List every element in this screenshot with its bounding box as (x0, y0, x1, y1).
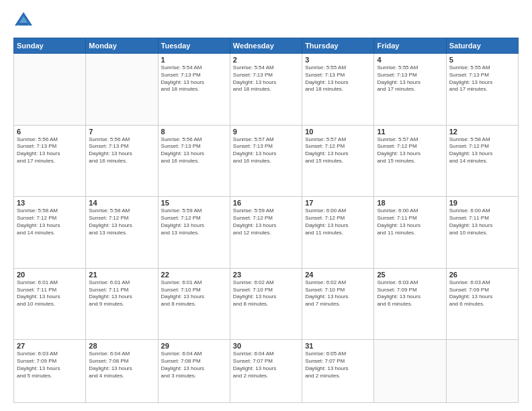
cell-info: Sunrise: 5:57 AMSunset: 7:12 PMDaylight:… (305, 136, 371, 165)
cell-info: Sunrise: 6:00 AMSunset: 7:11 PMDaylight:… (377, 208, 443, 236)
day-number: 2 (233, 56, 299, 64)
calendar-cell: 23Sunrise: 6:02 AMSunset: 7:10 PMDayligh… (230, 268, 302, 340)
cell-info: Sunrise: 5:59 AMSunset: 7:12 PMDaylight:… (161, 208, 227, 236)
calendar-table: SundayMondayTuesdayWednesdayThursdayFrid… (13, 38, 519, 403)
calendar-cell: 14Sunrise: 5:58 AMSunset: 7:12 PMDayligh… (86, 197, 158, 269)
calendar-cell: 26Sunrise: 6:03 AMSunset: 7:09 PMDayligh… (446, 268, 518, 340)
cell-info: Sunrise: 5:57 AMSunset: 7:12 PMDaylight:… (377, 136, 443, 165)
calendar-cell: 9Sunrise: 5:57 AMSunset: 7:13 PMDaylight… (230, 125, 302, 197)
calendar-cell: 17Sunrise: 6:00 AMSunset: 7:12 PMDayligh… (302, 197, 374, 269)
day-number: 12 (449, 128, 515, 136)
calendar-cell: 24Sunrise: 6:02 AMSunset: 7:10 PMDayligh… (302, 268, 374, 340)
cell-info: Sunrise: 5:57 AMSunset: 7:13 PMDaylight:… (233, 136, 299, 165)
cell-info: Sunrise: 5:56 AMSunset: 7:13 PMDaylight:… (17, 136, 83, 165)
logo-icon (13, 11, 34, 31)
cell-info: Sunrise: 6:04 AMSunset: 7:08 PMDaylight:… (89, 351, 154, 379)
cell-info: Sunrise: 6:00 AMSunset: 7:11 PMDaylight:… (449, 208, 515, 236)
calendar-cell: 16Sunrise: 5:59 AMSunset: 7:12 PMDayligh… (230, 197, 302, 269)
calendar-cell: 29Sunrise: 6:04 AMSunset: 7:08 PMDayligh… (158, 340, 230, 403)
weekday-header: Thursday (302, 38, 374, 54)
day-number: 17 (305, 199, 371, 207)
cell-info: Sunrise: 5:55 AMSunset: 7:13 PMDaylight:… (377, 64, 443, 93)
cell-info: Sunrise: 5:58 AMSunset: 7:12 PMDaylight:… (17, 208, 83, 236)
cell-info: Sunrise: 6:01 AMSunset: 7:11 PMDaylight:… (17, 279, 83, 308)
logo (13, 11, 36, 31)
calendar-header-row: SundayMondayTuesdayWednesdayThursdayFrid… (14, 38, 519, 54)
day-number: 26 (449, 271, 515, 279)
day-number: 19 (449, 199, 515, 207)
calendar-week-row: 20Sunrise: 6:01 AMSunset: 7:11 PMDayligh… (14, 268, 519, 340)
day-number: 27 (17, 342, 83, 350)
cell-info: Sunrise: 5:54 AMSunset: 7:13 PMDaylight:… (233, 64, 299, 93)
day-number: 8 (161, 128, 227, 136)
calendar-week-row: 27Sunrise: 6:03 AMSunset: 7:09 PMDayligh… (14, 340, 519, 403)
calendar-cell (86, 54, 158, 126)
day-number: 30 (233, 342, 299, 350)
calendar-cell: 2Sunrise: 5:54 AMSunset: 7:13 PMDaylight… (230, 54, 302, 126)
cell-info: Sunrise: 5:55 AMSunset: 7:13 PMDaylight:… (305, 64, 371, 93)
weekday-header: Sunday (14, 38, 86, 54)
day-number: 23 (233, 271, 299, 279)
calendar-cell: 15Sunrise: 5:59 AMSunset: 7:12 PMDayligh… (158, 197, 230, 269)
calendar-cell: 25Sunrise: 6:03 AMSunset: 7:09 PMDayligh… (374, 268, 446, 340)
day-number: 9 (233, 128, 299, 136)
cell-info: Sunrise: 6:04 AMSunset: 7:08 PMDaylight:… (161, 351, 227, 379)
calendar-cell: 1Sunrise: 5:54 AMSunset: 7:13 PMDaylight… (158, 54, 230, 126)
calendar-cell: 19Sunrise: 6:00 AMSunset: 7:11 PMDayligh… (446, 197, 518, 269)
day-number: 20 (17, 271, 83, 279)
day-number: 24 (305, 271, 371, 279)
calendar-cell: 11Sunrise: 5:57 AMSunset: 7:12 PMDayligh… (374, 125, 446, 197)
cell-info: Sunrise: 6:02 AMSunset: 7:10 PMDaylight:… (305, 279, 371, 308)
cell-info: Sunrise: 6:01 AMSunset: 7:10 PMDaylight:… (161, 279, 227, 308)
cell-info: Sunrise: 5:59 AMSunset: 7:12 PMDaylight:… (233, 208, 299, 236)
cell-info: Sunrise: 6:03 AMSunset: 7:09 PMDaylight:… (17, 351, 83, 379)
calendar-cell: 28Sunrise: 6:04 AMSunset: 7:08 PMDayligh… (86, 340, 158, 403)
weekday-header: Tuesday (158, 38, 230, 54)
weekday-header: Monday (86, 38, 158, 54)
day-number: 25 (377, 271, 443, 279)
calendar-cell: 8Sunrise: 5:56 AMSunset: 7:13 PMDaylight… (158, 125, 230, 197)
calendar-cell: 7Sunrise: 5:56 AMSunset: 7:13 PMDaylight… (86, 125, 158, 197)
cell-info: Sunrise: 5:58 AMSunset: 7:12 PMDaylight:… (89, 208, 154, 236)
day-number: 5 (449, 56, 515, 64)
day-number: 14 (89, 199, 154, 207)
calendar-cell: 20Sunrise: 6:01 AMSunset: 7:11 PMDayligh… (14, 268, 86, 340)
page: SundayMondayTuesdayWednesdayThursdayFrid… (0, 0, 532, 411)
day-number: 29 (161, 342, 227, 350)
calendar-week-row: 6Sunrise: 5:56 AMSunset: 7:13 PMDaylight… (14, 125, 519, 197)
calendar-cell (374, 340, 446, 403)
calendar-cell: 4Sunrise: 5:55 AMSunset: 7:13 PMDaylight… (374, 54, 446, 126)
calendar-cell: 6Sunrise: 5:56 AMSunset: 7:13 PMDaylight… (14, 125, 86, 197)
calendar-cell: 22Sunrise: 6:01 AMSunset: 7:10 PMDayligh… (158, 268, 230, 340)
calendar-cell: 21Sunrise: 6:01 AMSunset: 7:11 PMDayligh… (86, 268, 158, 340)
day-number: 21 (89, 271, 154, 279)
day-number: 31 (305, 342, 371, 350)
calendar-cell: 10Sunrise: 5:57 AMSunset: 7:12 PMDayligh… (302, 125, 374, 197)
day-number: 13 (17, 199, 83, 207)
weekday-header: Friday (374, 38, 446, 54)
day-number: 28 (89, 342, 154, 350)
day-number: 16 (233, 199, 299, 207)
day-number: 4 (377, 56, 443, 64)
header (13, 11, 519, 31)
svg-rect-2 (19, 23, 28, 26)
cell-info: Sunrise: 6:04 AMSunset: 7:07 PMDaylight:… (233, 351, 299, 379)
day-number: 18 (377, 199, 443, 207)
calendar-cell: 12Sunrise: 5:58 AMSunset: 7:12 PMDayligh… (446, 125, 518, 197)
day-number: 11 (377, 128, 443, 136)
day-number: 10 (305, 128, 371, 136)
cell-info: Sunrise: 5:58 AMSunset: 7:12 PMDaylight:… (449, 136, 515, 165)
cell-info: Sunrise: 6:05 AMSunset: 7:07 PMDaylight:… (305, 351, 371, 379)
calendar-cell: 13Sunrise: 5:58 AMSunset: 7:12 PMDayligh… (14, 197, 86, 269)
calendar-cell: 18Sunrise: 6:00 AMSunset: 7:11 PMDayligh… (374, 197, 446, 269)
calendar-cell (446, 340, 518, 403)
cell-info: Sunrise: 6:00 AMSunset: 7:12 PMDaylight:… (305, 208, 371, 236)
calendar-cell: 5Sunrise: 5:55 AMSunset: 7:13 PMDaylight… (446, 54, 518, 126)
calendar-week-row: 1Sunrise: 5:54 AMSunset: 7:13 PMDaylight… (14, 54, 519, 126)
weekday-header: Wednesday (230, 38, 302, 54)
day-number: 15 (161, 199, 227, 207)
cell-info: Sunrise: 5:55 AMSunset: 7:13 PMDaylight:… (449, 64, 515, 93)
cell-info: Sunrise: 5:56 AMSunset: 7:13 PMDaylight:… (161, 136, 227, 165)
calendar-cell: 30Sunrise: 6:04 AMSunset: 7:07 PMDayligh… (230, 340, 302, 403)
cell-info: Sunrise: 6:02 AMSunset: 7:10 PMDaylight:… (233, 279, 299, 308)
